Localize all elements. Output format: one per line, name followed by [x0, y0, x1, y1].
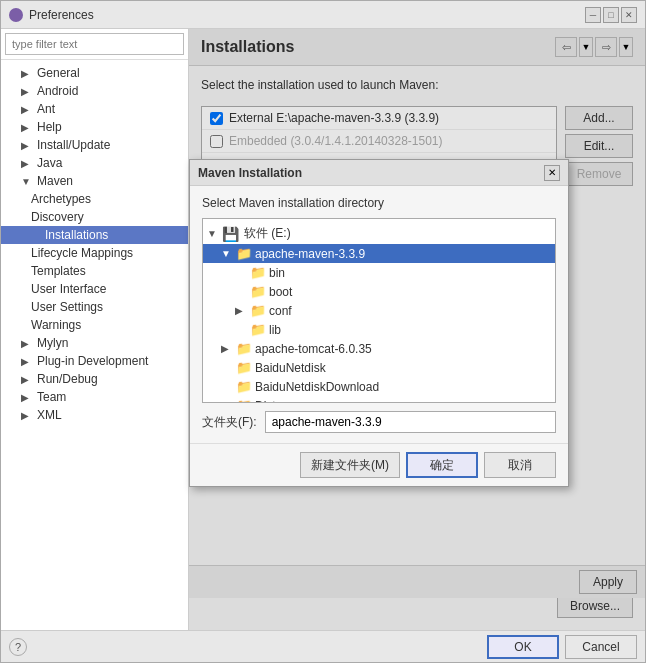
sidebar-item-user-settings[interactable]: User Settings	[1, 298, 188, 316]
dialog-close-button[interactable]: ✕	[544, 165, 560, 181]
sidebar-item-install-update[interactable]: ▶Install/Update	[1, 136, 188, 154]
filter-box	[1, 29, 188, 60]
ft-arrow-disk: ▼	[207, 228, 219, 239]
sidebar-item-xml[interactable]: ▶XML	[1, 406, 188, 424]
help-button[interactable]: ?	[9, 638, 27, 656]
minimize-button[interactable]: ─	[585, 7, 601, 23]
sidebar-item-maven[interactable]: ▼Maven	[1, 172, 188, 190]
dialog-overlay: Maven Installation ✕ Select Maven instal…	[189, 29, 645, 630]
sidebar-item-plugin-development[interactable]: ▶Plug-in Development	[1, 352, 188, 370]
filter-input[interactable]	[5, 33, 184, 55]
sidebar-item-installations[interactable]: Installations	[1, 226, 188, 244]
folder-icon-boot: 📁	[250, 284, 266, 299]
folder-label: 文件夹(F):	[202, 414, 257, 431]
sidebar-item-archetypes[interactable]: Archetypes	[1, 190, 188, 208]
sidebar-item-java[interactable]: ▶Java	[1, 154, 188, 172]
folder-icon-bin: 📁	[250, 265, 266, 280]
folder-icon-dict: 📁	[236, 398, 252, 403]
ft-label-tomcat: apache-tomcat-6.0.35	[255, 342, 372, 356]
ft-label-boot: boot	[269, 285, 292, 299]
ft-item-disk[interactable]: ▼ 💾 软件 (E:)	[203, 223, 555, 244]
tree-area: ▶General ▶Android ▶Ant ▶Help ▶Install/Up…	[1, 60, 188, 630]
ft-arrow-conf: ▶	[235, 305, 247, 316]
close-button[interactable]: ✕	[621, 7, 637, 23]
disk-icon: 💾	[222, 226, 239, 242]
app-icon	[9, 8, 23, 22]
ok-button[interactable]: OK	[487, 635, 559, 659]
folder-input[interactable]	[265, 411, 556, 433]
dialog-titlebar: Maven Installation ✕	[190, 160, 568, 186]
sidebar: ▶General ▶Android ▶Ant ▶Help ▶Install/Up…	[1, 29, 189, 630]
bottom-bar: ? OK Cancel	[1, 630, 645, 662]
ft-item-conf[interactable]: ▶ 📁 conf	[203, 301, 555, 320]
new-folder-button[interactable]: 新建文件夹(M)	[300, 452, 400, 478]
dialog-subtitle: Select Maven installation directory	[202, 196, 556, 210]
dialog-cancel-button[interactable]: 取消	[484, 452, 556, 478]
sidebar-item-team[interactable]: ▶Team	[1, 388, 188, 406]
sidebar-item-general[interactable]: ▶General	[1, 64, 188, 82]
ft-arrow-maven: ▼	[221, 248, 233, 259]
dialog-footer: 新建文件夹(M) 确定 取消	[190, 443, 568, 486]
file-tree[interactable]: ▼ 💾 软件 (E:) ▼ 📁 apache-maven-3.3.9	[202, 218, 556, 403]
ft-item-baidunetdisk[interactable]: 📁 BaiduNetdisk	[203, 358, 555, 377]
ft-label-maven: apache-maven-3.3.9	[255, 247, 365, 261]
ft-label-disk: 软件 (E:)	[244, 225, 291, 242]
sidebar-item-android[interactable]: ▶Android	[1, 82, 188, 100]
ft-label-baidudl: BaiduNetdiskDownload	[255, 380, 379, 394]
ft-item-tomcat[interactable]: ▶ 📁 apache-tomcat-6.0.35	[203, 339, 555, 358]
sidebar-item-ant[interactable]: ▶Ant	[1, 100, 188, 118]
folder-path-row: 文件夹(F):	[202, 411, 556, 433]
ft-label-baidu: BaiduNetdisk	[255, 361, 326, 375]
ft-label-conf: conf	[269, 304, 292, 318]
ft-item-baidunetdiskdownload[interactable]: 📁 BaiduNetdiskDownload	[203, 377, 555, 396]
sidebar-item-lifecycle-mappings[interactable]: Lifecycle Mappings	[1, 244, 188, 262]
ft-label-dict: Dict	[255, 399, 276, 404]
sidebar-item-warnings[interactable]: Warnings	[1, 316, 188, 334]
content-area: ▶General ▶Android ▶Ant ▶Help ▶Install/Up…	[1, 29, 645, 630]
ft-item-dict[interactable]: 📁 Dict	[203, 396, 555, 403]
folder-icon-baidudl: 📁	[236, 379, 252, 394]
dialog-title: Maven Installation	[198, 166, 302, 180]
folder-icon-maven: 📁	[236, 246, 252, 261]
ft-label-bin: bin	[269, 266, 285, 280]
ft-item-lib[interactable]: 📁 lib	[203, 320, 555, 339]
title-bar: Preferences ─ □ ✕	[1, 1, 645, 29]
sidebar-item-help[interactable]: ▶Help	[1, 118, 188, 136]
folder-icon-baidu: 📁	[236, 360, 252, 375]
ft-item-boot[interactable]: 📁 boot	[203, 282, 555, 301]
ft-arrow-tomcat: ▶	[221, 343, 233, 354]
maximize-button[interactable]: □	[603, 7, 619, 23]
folder-icon-conf: 📁	[250, 303, 266, 318]
window-title: Preferences	[29, 8, 94, 22]
sidebar-item-discovery[interactable]: Discovery	[1, 208, 188, 226]
cancel-button[interactable]: Cancel	[565, 635, 637, 659]
dialog-ok-button[interactable]: 确定	[406, 452, 478, 478]
ft-item-bin[interactable]: 📁 bin	[203, 263, 555, 282]
sidebar-item-templates[interactable]: Templates	[1, 262, 188, 280]
main-window: Preferences ─ □ ✕ ▶General ▶Android ▶Ant…	[0, 0, 646, 663]
dialog-body: Select Maven installation directory ▼ 💾 …	[190, 186, 568, 443]
folder-icon-lib: 📁	[250, 322, 266, 337]
maven-installation-dialog: Maven Installation ✕ Select Maven instal…	[189, 159, 569, 487]
folder-icon-tomcat: 📁	[236, 341, 252, 356]
sidebar-item-user-interface[interactable]: User Interface	[1, 280, 188, 298]
main-panel: Installations ⇦ ▼ ⇨ ▼ Select the install…	[189, 29, 645, 630]
sidebar-item-mylyn[interactable]: ▶Mylyn	[1, 334, 188, 352]
ft-item-apache-maven[interactable]: ▼ 📁 apache-maven-3.3.9	[203, 244, 555, 263]
sidebar-item-run-debug[interactable]: ▶Run/Debug	[1, 370, 188, 388]
ft-label-lib: lib	[269, 323, 281, 337]
